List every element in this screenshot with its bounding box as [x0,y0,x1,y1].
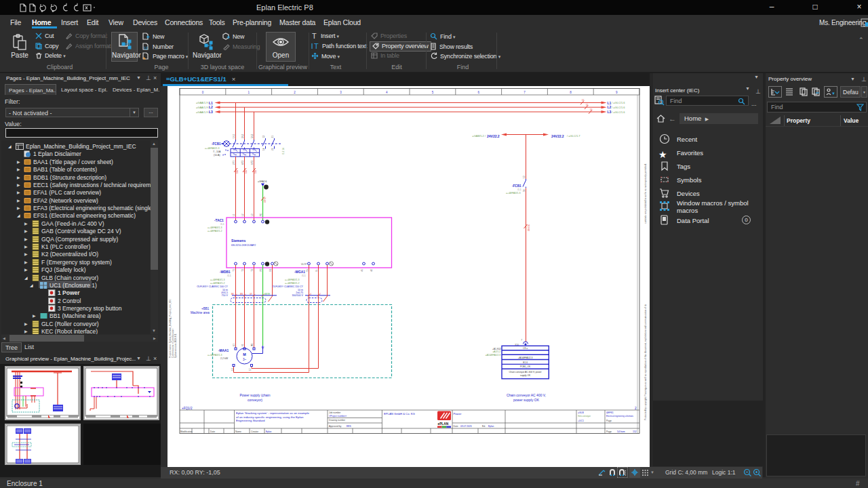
svg-text:B+: B+ [306,268,309,271]
svg-text:16A: 16A [236,170,239,174]
svg-text:24V22.2: 24V22.2 [487,134,500,138]
svg-text:Date: Date [454,425,458,428]
svg-text:+BB1: +BB1 [201,307,210,310]
svg-text:17: 17 [249,368,252,371]
svg-text:+UC1: +UC1 [578,420,584,422]
svg-text:Power: Power [454,412,462,415]
svg-text:-FCB1: -FCB1 [512,184,521,188]
svg-text:Name: Name [235,430,241,433]
svg-text:2/T1: 2/T1 [233,160,235,165]
svg-text:Eplan: Eplan [266,430,272,433]
svg-text:E1.6: E1.6 [523,361,528,364]
svg-text:of an industry-specific engine: of an industry-specific engineering, usi… [236,415,304,419]
svg-text:13: 13 [231,368,234,371]
svg-text:152: 152 [633,430,637,433]
svg-text:/1.1: /1.1 [302,274,306,277]
svg-text:D8 4.95: D8 4.95 [528,224,530,231]
svg-text:1: 1 [311,293,312,296]
svg-text:=GAA/1.9 /: =GAA/1.9 / [196,110,210,114]
svg-text:/1.1: /1.1 [227,274,231,277]
svg-text:=GAB/5.2 /: =GAB/5.2 / [472,134,486,138]
svg-text:contents are prohibited in as: contents are prohibited in as far as not… [644,163,647,224]
svg-text:Eplan: Eplan [488,425,494,428]
svg-text:=+&EFA3/1.3: =+&EFA3/1.3 [506,192,520,195]
svg-text:Machine area: Machine area [191,311,210,314]
svg-text:750 V: 750 V [222,294,229,297]
svg-text:D1: D1 [586,104,589,106]
svg-text:Job number: Job number [329,411,341,414]
svg-text:=GAA/1.9 /: =GAA/1.9 / [196,101,210,104]
svg-text:=+&EFA3/1.3: =+&EFA3/1.3 [205,147,219,150]
svg-text:/ =GLC/1.6: / =GLC/1.6 [612,106,625,109]
svg-text:/1.3 14: /1.3 14 [282,148,285,155]
svg-text:Page: Page [606,420,612,422]
svg-text:=+&EFA3/1.3: =+&EFA3/1.3 [285,279,299,281]
svg-text:14: 14 [523,189,526,192]
svg-text:T3: T3 [251,269,254,272]
svg-text:12: 12 [144,46,149,50]
svg-text:=+&EFA3/1.3: =+&EFA3/1.3 [208,354,222,357]
svg-text:Engineering Standard: Engineering Standard [236,419,265,422]
svg-text:U1: U1 [233,344,235,346]
svg-text:7...10A: 7...10A [213,150,221,153]
svg-text:&EFS1: &EFS1 [606,411,614,414]
svg-text:16A: 16A [245,170,248,174]
svg-text:D1: D1 [582,99,585,102]
svg-text:PE: PE [260,214,262,216]
svg-text:/ =GLC/1.6: / =GLC/1.6 [612,101,625,104]
svg-text:+A1&EFA1/2.3: +A1&EFA1/2.3 [518,357,533,359]
svg-text:L3: L3 [608,110,612,114]
svg-text:Ed.: Ed. [482,425,486,428]
svg-text:M: M [243,352,246,357]
svg-text:=+&EFA3/1.2: =+&EFA3/1.2 [285,282,299,285]
svg-text:R1: R1 [269,268,272,271]
svg-text:14: 14 [262,148,265,150]
svg-text:/1.1: /1.1 [517,188,521,191]
svg-text:6SL3210-1KE13-8AF2: 6SL3210-1KE13-8AF2 [231,244,256,247]
svg-text:PE: PE [260,268,262,271]
svg-text:supply OK: supply OK [520,374,531,377]
svg-text:D1: D1 [590,108,593,111]
svg-text:T2: T2 [241,269,244,272]
svg-text:300/500 V: 300/500 V [292,294,304,297]
svg-text:ÖLFLEX® CLASSIC 100 CY: ÖLFLEX® CLASSIC 100 CY [197,285,228,288]
svg-text:Protected by copyright. Passin: Protected by copyright. Passing on as we… [644,304,647,420]
svg-text:B-: B- [315,269,318,271]
svg-text:3~: 3~ [243,358,247,361]
svg-text:+A1-K02: +A1-K02 [492,348,501,350]
svg-text:Modification: Modification [180,430,193,433]
svg-text:BK: BK [231,293,234,296]
svg-text:3/L2: 3/L2 [241,134,244,138]
svg-text:=+&EFA3/1.2: =+&EFA3/1.2 [210,282,224,285]
svg-text:power supply OK: power supply OK [513,398,540,402]
svg-text:2,2 kW: 2,2 kW [220,357,229,360]
svg-text:C8 a: C8 a [523,347,528,350]
svg-text:ÖLFLEX® CLASSIC 110 CY: ÖLFLEX® CLASSIC 110 CY [272,285,303,288]
svg-text:GNYE: GNYE [264,293,271,296]
svg-text:-MAA1: -MAA1 [218,349,229,352]
svg-text:/ =GLC/1.7: / =GLC/1.7 [567,134,580,138]
svg-text:W1: W1 [251,343,254,346]
svg-text:1/L1: 1/L1 [233,134,235,138]
svg-text:Siemens: Siemens [231,239,245,243]
svg-text:+FQ1/2: +FQ1/2 [182,407,193,410]
svg-text:Stck-conveyor: Stck-conveyor [578,415,591,418]
svg-text:EES: EES [347,425,351,428]
svg-text:16A: 16A [254,170,257,174]
svg-text:Chain conveyor AC 400 V, power: Chain conveyor AC 400 V, power [509,371,542,373]
svg-text:-WDB1: -WDB1 [220,270,231,274]
svg-text:7: 7 [521,339,522,342]
svg-text:GY: GY [250,293,252,296]
svg-text:2: 2 [635,407,637,410]
svg-text:T: T [314,43,319,49]
svg-text:=+&EFA3/1.3: =+&EFA3/1.3 [208,226,222,229]
svg-text:L1: L1 [209,101,213,105]
svg-text:L1: L1 [608,101,612,105]
svg-text:54 from: 54 from [617,430,625,433]
svg-text:=GFA2:6: =GFA2:6 [258,180,267,183]
svg-text:Page: Page [606,430,612,433]
svg-text:(10 A): (10 A) [214,154,220,157]
svg-text:03.07.2026: 03.07.2026 [460,425,472,428]
svg-text:=+&EFA3/1.2: =+&EFA3/1.2 [208,230,222,232]
svg-text:L2: L2 [608,105,612,109]
